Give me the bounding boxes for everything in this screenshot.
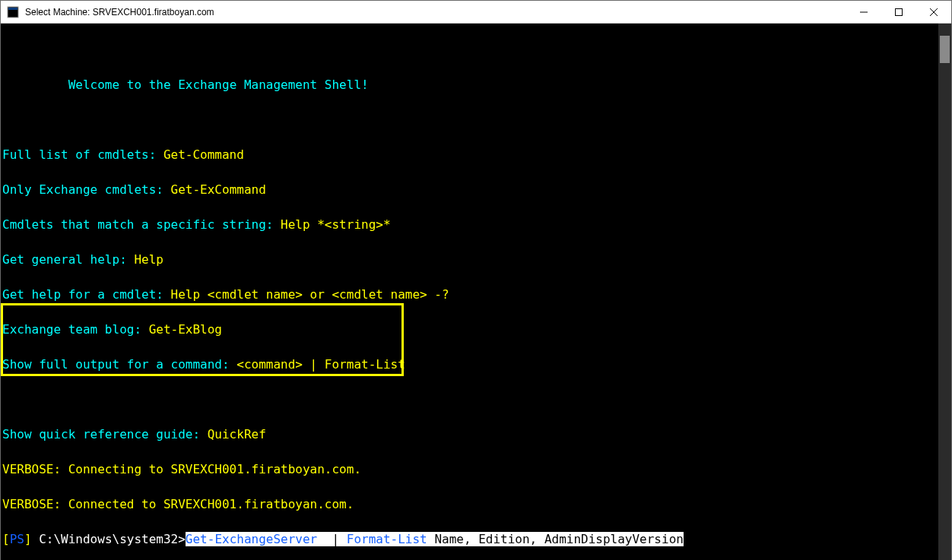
svg-rect-3 <box>896 8 903 15</box>
verbose-connected: VERBOSE: Connected to SRVEXCH001.firatbo… <box>2 497 354 511</box>
prompt1-pipe: | <box>325 532 347 546</box>
prompt1-args: Name, Edition, AdminDisplayVersion <box>427 532 684 546</box>
help-line8-label: Show quick reference guide: <box>2 427 208 441</box>
close-button[interactable] <box>916 1 951 24</box>
verbose-connecting: VERBOSE: Connecting to SRVEXCH001.firatb… <box>2 462 361 476</box>
help-line5-label: Get help for a cmdlet: <box>2 287 171 302</box>
help-line6-cmd: Get-ExBlog <box>149 322 222 337</box>
prompt1-path: C:\Windows\system32> <box>32 532 186 546</box>
help-line5-cmd: Help <cmdlet name> or <cmdlet name> -? <box>171 287 449 302</box>
maximize-button[interactable] <box>881 1 916 24</box>
prompt1-cmd2: Format-List <box>347 532 427 546</box>
help-line8-cmd: QuickRef <box>208 427 266 441</box>
help-line2-cmd: Get-ExCommand <box>171 182 266 197</box>
scrollbar-thumb[interactable] <box>940 36 950 63</box>
help-line4-label: Get general help: <box>2 252 134 267</box>
help-line1-cmd: Get-Command <box>163 147 244 162</box>
app-icon <box>7 6 19 18</box>
terminal[interactable]: Welcome to the Exchange Management Shell… <box>1 24 938 560</box>
welcome-indent <box>2 78 68 92</box>
terminal-area: Welcome to the Exchange Management Shell… <box>1 24 951 560</box>
prompt1-ps: PS <box>10 532 24 546</box>
titlebar[interactable]: Select Machine: SRVEXCH001.firatboyan.co… <box>1 1 951 24</box>
vertical-scrollbar[interactable] <box>938 24 951 560</box>
help-line6-label: Exchange team blog: <box>2 322 149 337</box>
window-title: Select Machine: SRVEXCH001.firatboyan.co… <box>25 7 214 17</box>
help-line7-label: Show full output for a command: <box>2 357 236 372</box>
help-line1-label: Full list of cmdlets: <box>2 147 163 162</box>
prompt1-close: ] <box>24 532 32 546</box>
prompt1-open: [ <box>2 532 10 546</box>
help-line3-cmd: Help *<string>* <box>281 217 391 232</box>
svg-rect-1 <box>8 8 17 10</box>
help-line2-label: Only Exchange cmdlets: <box>2 182 171 197</box>
help-line3-label: Cmdlets that match a specific string: <box>2 217 281 232</box>
help-line4-cmd: Help <box>134 252 163 267</box>
window-frame: Select Machine: SRVEXCH001.firatboyan.co… <box>0 0 952 560</box>
minimize-button[interactable] <box>846 1 881 24</box>
welcome-text: Welcome to the Exchange Management Shell… <box>68 78 369 92</box>
prompt1-cmd1: Get-ExchangeServer <box>186 532 325 546</box>
help-line7-cmd: <command> | Format-List <box>236 357 405 372</box>
